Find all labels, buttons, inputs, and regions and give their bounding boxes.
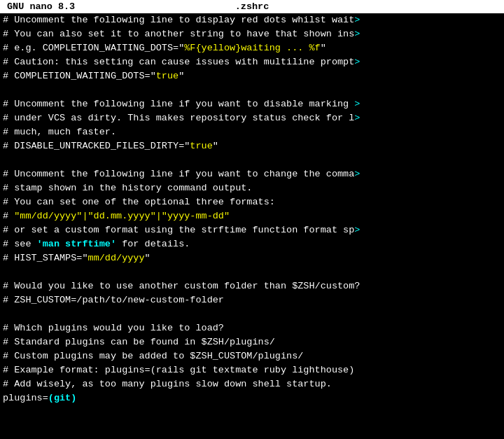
editor-line-7: # Uncomment the following line if you wa… [0, 97, 504, 111]
editor-line-15: # "mm/dd/yyyy"|"dd.mm.yyyy"|"yyyy-mm-dd" [0, 209, 504, 223]
editor-content[interactable]: # Uncomment the following line to displa… [0, 13, 504, 439]
editor-line-27: # Add wisely, as too many plugins slow d… [0, 377, 504, 391]
editor-line-13: # stamp shown in the history command out… [0, 181, 504, 195]
editor-line-8: # under VCS as dirty. This makes reposit… [0, 111, 504, 125]
app-name: GNU nano 8.3 [7, 1, 170, 12]
editor-line-18: # HIST_STAMPS="mm/dd/yyyy" [0, 251, 504, 265]
editor-line-3: # e.g. COMPLETION_WAITING_DOTS="%F{yello… [0, 41, 504, 55]
editor-line-10: # DISABLE_UNTRACKED_FILES_DIRTY="true" [0, 139, 504, 153]
editor-line-12: # Uncomment the following line if you wa… [0, 167, 504, 181]
editor-line-24: # Standard plugins can be found in $ZSH/… [0, 335, 504, 349]
editor-line-19 [0, 265, 504, 279]
editor-line-6 [0, 83, 504, 97]
editor-line-16: # or set a custom format using the strft… [0, 223, 504, 237]
title-bar: GNU nano 8.3 .zshrc [0, 0, 504, 13]
editor-line-5: # COMPLETION_WAITING_DOTS="true" [0, 69, 504, 83]
editor-line-17: # see 'man strftime' for details. [0, 237, 504, 251]
file-name: .zshrc [170, 1, 333, 12]
editor-line-11 [0, 153, 504, 167]
editor-line-1: # Uncomment the following line to displa… [0, 13, 504, 27]
editor-line-21: # ZSH_CUSTOM=/path/to/new-custom-folder [0, 293, 504, 307]
editor-line-9: # much, much faster. [0, 125, 504, 139]
editor-line-23: # Which plugins would you like to load? [0, 321, 504, 335]
editor-line-25: # Custom plugins may be added to $ZSH_CU… [0, 349, 504, 363]
editor-line-22 [0, 307, 504, 321]
editor-line-14: # You can set one of the optional three … [0, 195, 504, 209]
editor-line-2: # You can also set it to another string … [0, 27, 504, 41]
editor-line-20: # Would you like to use another custom f… [0, 279, 504, 293]
terminal-window: GNU nano 8.3 .zshrc # Uncomment the foll… [0, 0, 504, 439]
editor-line-26: # Example format: plugins=(rails git tex… [0, 363, 504, 377]
editor-line-28: plugins=(git) [0, 391, 504, 405]
editor-line-4: # Caution: this setting can cause issues… [0, 55, 504, 69]
